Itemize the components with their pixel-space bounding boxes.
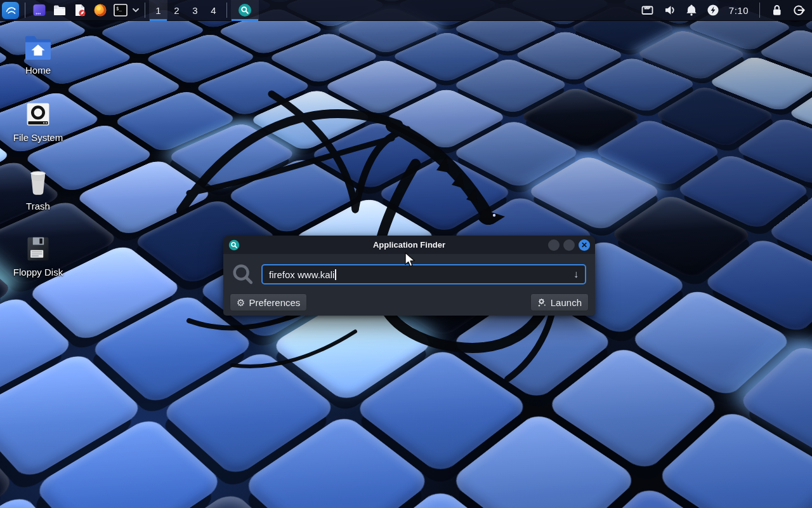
desktop-icon-home[interactable]: Home bbox=[5, 34, 71, 76]
logout-icon[interactable] bbox=[792, 4, 806, 17]
power-manager-icon[interactable] bbox=[707, 4, 719, 17]
floppy-disk-icon bbox=[24, 235, 52, 263]
text-editor-launcher[interactable] bbox=[70, 0, 90, 21]
maximize-button[interactable] bbox=[563, 239, 575, 251]
terminal-launcher[interactable] bbox=[29, 0, 49, 21]
text-caret bbox=[335, 269, 336, 280]
search-input-value: firefox www.kali bbox=[269, 269, 334, 280]
close-icon: ✕ bbox=[581, 241, 587, 249]
window-title: Application Finder bbox=[223, 240, 595, 250]
workspace-4-button[interactable]: 4 bbox=[204, 0, 223, 21]
launcher-dropdown-chevron[interactable] bbox=[131, 0, 141, 21]
desktop-icon-file-system[interactable]: File System bbox=[5, 100, 71, 143]
terminal-purple-icon bbox=[32, 3, 46, 17]
firefox-icon bbox=[93, 3, 107, 17]
close-button[interactable]: ✕ bbox=[579, 239, 590, 251]
firefox-launcher[interactable] bbox=[90, 0, 110, 21]
notifications-bell-icon[interactable] bbox=[686, 4, 697, 17]
panel-separator bbox=[25, 3, 25, 18]
top-panel: $_ 1 2 3 4 bbox=[0, 0, 812, 21]
workspace-2-label: 2 bbox=[174, 5, 179, 16]
launch-button[interactable]: Launch bbox=[530, 293, 589, 311]
desktop-icon-trash[interactable]: Trash bbox=[5, 168, 71, 211]
chevron-down-icon bbox=[132, 6, 140, 14]
workspace-2-button[interactable]: 2 bbox=[167, 0, 186, 21]
trash-can-icon bbox=[24, 168, 52, 197]
folder-icon bbox=[53, 3, 67, 17]
application-finder-window: Application Finder ✕ firefox www.kali ↓ … bbox=[223, 236, 595, 316]
launch-button-label: Launch bbox=[551, 297, 582, 308]
titlebar[interactable]: Application Finder ✕ bbox=[223, 236, 595, 254]
preferences-button[interactable]: ⚙ Preferences bbox=[230, 293, 307, 311]
desktop-icon-label: Trash bbox=[26, 201, 50, 211]
hard-drive-icon bbox=[24, 100, 52, 128]
appfinder-icon bbox=[238, 3, 252, 17]
minimize-button[interactable] bbox=[548, 239, 560, 251]
panel-separator bbox=[226, 3, 227, 18]
taskbar-item-application-finder[interactable] bbox=[231, 0, 259, 21]
home-folder-icon bbox=[23, 34, 53, 61]
text-editor-icon bbox=[73, 3, 87, 17]
desktop-icon-label: Floppy Disk bbox=[13, 267, 63, 277]
desktop-icon-label: Home bbox=[25, 65, 51, 76]
history-dropdown-icon[interactable]: ↓ bbox=[573, 269, 579, 280]
workspace-4-label: 4 bbox=[211, 5, 216, 16]
preferences-button-label: Preferences bbox=[249, 297, 300, 308]
search-icon bbox=[231, 262, 255, 286]
network-icon[interactable] bbox=[641, 4, 654, 17]
clock[interactable]: 7:10 bbox=[729, 5, 749, 16]
system-tray: 7:10 bbox=[641, 3, 812, 18]
search-input[interactable]: firefox www.kali ↓ bbox=[261, 264, 586, 284]
desktop-icon-label: File System bbox=[13, 133, 63, 143]
panel-separator bbox=[145, 3, 145, 18]
workspace-3-button[interactable]: 3 bbox=[186, 0, 204, 21]
applications-menu-button[interactable] bbox=[0, 0, 21, 21]
svg-text:$_: $_ bbox=[116, 6, 122, 11]
desktop-icon-floppy-disk[interactable]: Floppy Disk bbox=[5, 235, 71, 277]
workspace-1-label: 1 bbox=[155, 5, 160, 16]
gear-icon: ⚙ bbox=[237, 298, 245, 307]
workspace-3-label: 3 bbox=[192, 5, 197, 16]
run-gear-icon bbox=[537, 298, 547, 307]
terminal-dropdown-launcher[interactable]: $_ bbox=[110, 0, 131, 21]
volume-icon[interactable] bbox=[664, 4, 676, 17]
panel-separator bbox=[759, 3, 760, 18]
file-manager-launcher[interactable] bbox=[49, 0, 70, 21]
terminal-dollar-icon: $_ bbox=[113, 3, 128, 18]
kali-logo-icon bbox=[2, 2, 19, 19]
screen-lock-icon[interactable] bbox=[771, 4, 783, 17]
workspace-1-button[interactable]: 1 bbox=[149, 0, 167, 21]
